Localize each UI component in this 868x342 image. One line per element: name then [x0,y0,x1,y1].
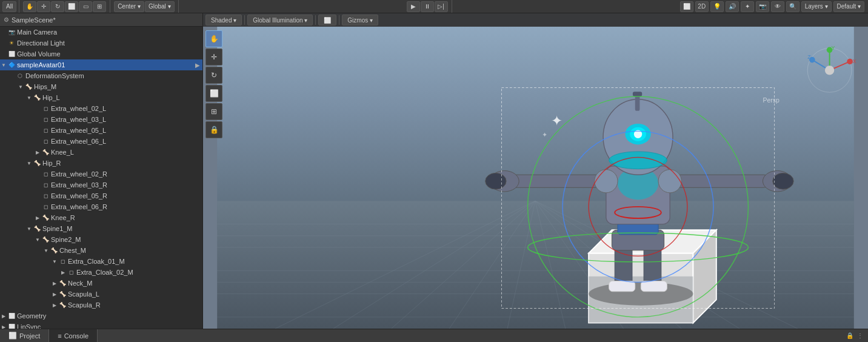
collapse-arrow[interactable]: ▼ [34,237,41,243]
hierarchy-item-hip-r[interactable]: ▼🦴Hip_R [0,158,202,169]
svg-rect-36 [673,175,769,187]
global-scene-btn[interactable]: ⊞ [205,103,222,120]
hierarchy-item-directional-light[interactable]: ☀Directional Light [0,38,202,49]
hierarchy-item-main-camera[interactable]: 📷Main Camera [0,27,202,38]
scene-toolbar: Shaded ▾ Global Illumination ▾ ⬜ Gizmos … [203,13,868,27]
scale-scene-btn[interactable]: ⬜ [205,85,222,102]
hierarchy-item-extra-wheel-06-l[interactable]: ◻Extra_wheel_06_L [0,136,202,147]
all-button[interactable]: All [2,1,16,12]
item-label: Neck_M [68,280,200,287]
hierarchy-item-global-volume[interactable]: ⬜Global Volume [0,49,202,59]
collapse-arrow[interactable]: ▼ [25,226,33,232]
hand-tool-btn[interactable]: ✋ [23,1,36,12]
item-label: Scapula_L [68,290,200,298]
global-btn[interactable]: Global ▾ [145,1,175,12]
gizmos-btn[interactable]: Gizmos ▾ [342,15,378,25]
item-icon-bone: 🦴 [33,224,41,233]
hierarchy-item-extra-wheel-03-l[interactable]: ◻Extra_wheel_03_L [0,114,202,125]
gizmo-vis-btn[interactable]: 👁 [771,1,784,12]
move-tool-btn[interactable]: ✛ [37,1,50,12]
item-icon-mesh: ◻ [41,126,50,135]
hierarchy-item-extra-wheel-02-l[interactable]: ◻Extra_wheel_02_L [0,103,202,114]
rect-tool-btn[interactable]: ▭ [79,1,92,12]
project-tab[interactable]: ⬜ Project [0,329,49,342]
svg-rect-33 [507,175,603,187]
hierarchy-item-lipsync[interactable]: ▶⬜LipSync [0,321,202,329]
playmode-group: ▶ ⏸ ▷| [403,0,452,13]
hierarchy-item-extra-wheel-02-r[interactable]: ◻Extra_wheel_02_R [0,169,202,179]
render-mode-btn[interactable]: ⬜ [680,1,693,12]
hierarchy-item-hip-l[interactable]: ▼🦴Hip_L [0,92,202,103]
collapse-arrow[interactable]: ▼ [42,248,50,253]
main-area: ⚙ SampleScene* 📷Main Camera☀Directional … [0,13,868,329]
hierarchy-item-extra-wheel-03-r[interactable]: ◻Extra_wheel_03_R [0,179,202,190]
2d-btn[interactable]: 2D [695,1,709,12]
expand-arrow[interactable]: ▶ [0,314,7,319]
hierarchy-item-sampleavatar01[interactable]: ▼🔷sampleAvatar01▶ [0,59,202,70]
item-icon-bone: 🦴 [50,246,58,255]
layout-btn[interactable]: Default ▾ [833,1,864,12]
console-tab[interactable]: ≡ Console [49,329,98,342]
rotate-scene-btn[interactable]: ↻ [205,67,222,84]
item-right-arrow: ▶ [195,62,200,69]
collapse-arrow[interactable]: ▼ [0,62,7,68]
hierarchy-item-spine2-m[interactable]: ▼🦴Spine2_M [0,234,202,245]
layers-btn[interactable]: Layers ▾ [801,1,832,12]
move-scene-btn[interactable]: ✛ [205,49,222,65]
expand-arrow[interactable]: ▶ [34,150,41,155]
render-path-btn[interactable]: ⬜ [318,15,336,25]
lighting-btn[interactable]: 💡 [710,1,724,12]
transform-tool-btn[interactable]: ⊞ [93,1,106,12]
hierarchy-item-scapula-r[interactable]: ▶🦴Scapula_R [0,300,202,310]
hierarchy-item-knee-r[interactable]: ▶🦴Knee_R [0,212,202,223]
rotate-tool-btn[interactable]: ↻ [51,1,64,12]
expand-arrow[interactable]: ▶ [34,215,41,221]
scene-view[interactable]: Shaded ▾ Global Illumination ▾ ⬜ Gizmos … [203,13,868,329]
play-btn[interactable]: ▶ [407,1,420,12]
expand-arrow[interactable]: ▶ [51,303,58,308]
hand-scene-btn[interactable]: ✋ [205,30,222,47]
hierarchy-item-extra-wheel-05-l[interactable]: ◻Extra_wheel_05_L [0,125,202,136]
item-icon-bone: 🦴 [41,213,50,222]
hierarchy-item-extra-wheel-06-r[interactable]: ◻Extra_wheel_06_R [0,201,202,212]
scale-tool-btn[interactable]: ⬜ [65,1,78,12]
shaded-btn[interactable]: Shaded ▾ [205,15,242,25]
top-toolbar: All ✋ ✛ ↻ ⬜ ▭ ⊞ Center ▾ Global ▾ ▶ ⏸ ▷|… [0,0,868,13]
pause-btn[interactable]: ⏸ [421,1,434,12]
expand-arrow[interactable]: ▶ [0,324,7,329]
item-label: Extra_wheel_06_R [51,203,200,210]
lock-scene-btn[interactable]: 🔒 [205,121,222,138]
hierarchy-item-geometry[interactable]: ▶⬜Geometry [0,310,202,321]
expand-arrow[interactable]: ▶ [59,270,67,275]
hierarchy-item-knee-l[interactable]: ▶🦴Knee_L [0,147,202,158]
collapse-arrow[interactable]: ▼ [51,259,58,264]
hierarchy-item-extra-cloak-01-m[interactable]: ▼◻Extra_Cloak_01_M [0,256,202,267]
hierarchy-item-hips-m[interactable]: ▼🦴Hips_M [0,81,202,92]
search-btn[interactable]: 🔍 [786,1,800,12]
hierarchy-item-spine1-m[interactable]: ▼🦴Spine1_M [0,223,202,234]
expand-arrow[interactable]: ▶ [51,281,58,286]
collapse-arrow[interactable]: ▼ [25,161,33,166]
hierarchy-item-scapula-l[interactable]: ▶🦴Scapula_L [0,289,202,300]
item-label: Knee_R [51,214,200,221]
expand-arrow[interactable]: ▶ [51,292,58,297]
hierarchy-list[interactable]: 📷Main Camera☀Directional Light⬜Global Vo… [0,27,202,329]
collapse-arrow[interactable]: ▼ [25,95,33,101]
gi-btn[interactable]: Global Illumination ▾ [247,15,313,25]
hierarchy-item-deformation-system[interactable]: ⬡DeformationSystem [0,70,202,81]
pivot-btn[interactable]: Center ▾ [114,1,144,12]
audio-btn[interactable]: 🔊 [726,1,739,12]
svg-text:✦: ✦ [551,113,563,129]
item-icon-mesh: ◻ [41,181,50,189]
svg-point-40 [658,170,681,193]
hierarchy-item-extra-wheel-05-r[interactable]: ◻Extra_wheel_05_R [0,190,202,201]
scene-camera-btn[interactable]: 📷 [756,1,769,12]
pivot-group: Center ▾ Global ▾ [110,0,178,13]
console-icon: ≡ [58,332,61,340]
hierarchy-item-chest-m[interactable]: ▼🦴Chest_M [0,245,202,256]
hierarchy-item-neck-m[interactable]: ▶🦴Neck_M [0,278,202,289]
collapse-arrow[interactable]: ▼ [17,84,24,90]
effects-btn[interactable]: ✦ [741,1,754,12]
hierarchy-item-extra-cloak-02-m[interactable]: ▶◻Extra_Cloak_02_M [0,267,202,278]
step-btn[interactable]: ▷| [435,1,448,12]
